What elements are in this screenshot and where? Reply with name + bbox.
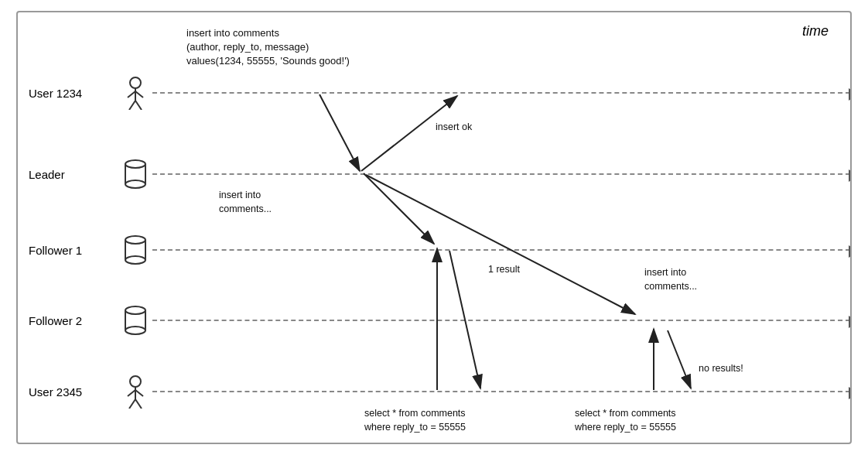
actor-label-follower1: Follower 1: [18, 244, 118, 257]
actor-row-user1234: User 1234: [18, 76, 850, 110]
timeline-leader: [152, 173, 850, 175]
actor-label-follower2: Follower 2: [18, 314, 118, 327]
actor-icon-user1234: [118, 76, 152, 110]
actor-icon-follower2: [118, 304, 152, 337]
diagram-container: time User 1234 Leader: [16, 11, 852, 444]
actor-icon-user2345: [118, 375, 152, 409]
svg-line-3: [135, 91, 143, 98]
svg-point-15: [125, 306, 145, 314]
svg-line-5: [135, 101, 142, 110]
svg-line-22: [135, 390, 143, 396]
svg-point-0: [130, 77, 141, 88]
timeline-arrow-user1234: [849, 88, 852, 101]
actor-label-leader: Leader: [18, 168, 118, 181]
svg-line-24: [135, 399, 142, 409]
annotation-1-result: 1 result: [488, 263, 520, 276]
svg-line-23: [129, 399, 135, 409]
svg-point-11: [125, 236, 145, 244]
actor-row-leader: Leader: [18, 158, 850, 190]
timeline-follower1: [152, 249, 850, 251]
svg-point-19: [130, 376, 141, 387]
svg-point-14: [125, 256, 145, 264]
timeline-arrow-follower1: [849, 245, 852, 258]
annotation-select1: select * from commentswhere reply_to = 5…: [364, 407, 466, 434]
timeline-arrow-leader: [849, 169, 852, 182]
actor-row-follower1: Follower 1: [18, 234, 850, 266]
annotation-insert-ok: insert ok: [436, 121, 472, 134]
svg-point-10: [125, 180, 145, 188]
actor-icon-follower1: [118, 234, 152, 266]
timeline-follower2: [152, 320, 850, 321]
actor-icon-leader: [118, 158, 152, 190]
actor-row-follower2: Follower 2: [18, 304, 850, 337]
annotation-no-results: no results!: [699, 362, 743, 375]
annotation-insert-comments2: insert intocomments...: [644, 266, 697, 293]
timeline-arrow-follower2: [849, 316, 852, 328]
actor-row-user2345: User 2345: [18, 375, 850, 409]
timeline-user2345: [152, 391, 850, 392]
annotation-select2: select * from commentswhere reply_to = 5…: [575, 407, 676, 434]
svg-line-2: [128, 91, 135, 98]
svg-line-4: [129, 101, 135, 110]
annotation-insert-comments1: insert intocomments...: [219, 189, 272, 216]
svg-point-6: [125, 160, 145, 168]
timeline-arrow-user2345: [849, 387, 852, 399]
annotation-insert-cmd: insert into comments(author, reply_to, m…: [186, 26, 350, 69]
actor-label-user2345: User 2345: [18, 385, 118, 399]
actor-label-user1234: User 1234: [18, 87, 118, 100]
time-label: time: [802, 23, 829, 39]
svg-point-18: [125, 327, 145, 334]
timeline-user1234: [152, 92, 850, 94]
svg-line-21: [128, 390, 135, 396]
